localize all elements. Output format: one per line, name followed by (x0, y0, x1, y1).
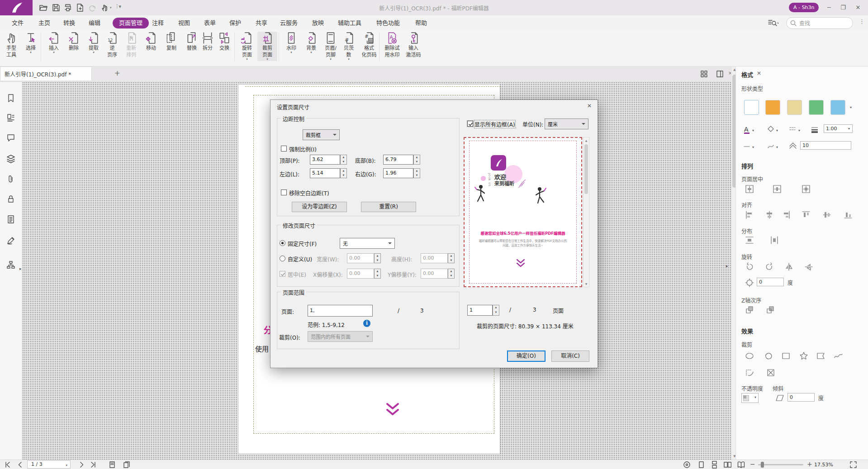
menu-page-management[interactable]: 页面管理 (113, 18, 149, 28)
info-icon[interactable]: i (363, 320, 370, 327)
right-margin-spinner[interactable]: ▲▼ (413, 168, 420, 178)
comments-icon[interactable] (6, 133, 15, 142)
ribbon-bates-numbering[interactable]: # 贝茨数▾ (339, 32, 359, 61)
user-account-badge[interactable]: A - Sh3n (789, 3, 819, 12)
crop-freeform-icon[interactable] (745, 368, 755, 377)
page-number-dropdown[interactable]: 1 / 3 ▾ (27, 460, 71, 469)
multi-page-icon[interactable] (123, 461, 131, 469)
last-page-icon[interactable] (90, 461, 97, 469)
menu-help[interactable]: 帮助 (413, 19, 430, 28)
reset-button[interactable]: 重置(R) (361, 202, 416, 212)
menu-edit[interactable]: 编辑 (86, 19, 103, 28)
center-vertical-icon[interactable] (773, 185, 782, 194)
preview-scrollbar[interactable]: ▲ ▼ (583, 137, 589, 287)
rotate-angle-input[interactable]: 0 (757, 278, 784, 286)
ribbon-activation-code[interactable]: 输入激活码 (403, 32, 424, 58)
destinations-icon[interactable] (6, 261, 15, 270)
sidebar-expand-arrow-icon[interactable]: ▸ (19, 266, 22, 271)
swatch-tan[interactable] (787, 100, 802, 115)
maximize-button[interactable]: ❐ (837, 2, 849, 14)
align-left-icon[interactable] (745, 210, 754, 219)
ribbon-header-footer[interactable]: 页眉/页脚▾ (321, 32, 341, 61)
shape-fill-dropdown[interactable]: ▾ (766, 123, 783, 136)
layers-icon[interactable] (6, 154, 15, 163)
ribbon-select-tool[interactable]: 选择▾ (21, 32, 41, 54)
panel-collapse-arrow-icon[interactable]: ▸ (726, 264, 728, 268)
read-mode-icon[interactable] (683, 461, 691, 469)
signature-icon[interactable] (6, 236, 15, 245)
line-start-dropdown[interactable]: ▾ (742, 140, 759, 153)
menu-share[interactable]: 共享 (253, 19, 270, 28)
line-style-dropdown[interactable]: ▾ (788, 123, 805, 136)
remove-white-margins-checkbox[interactable] (281, 189, 287, 195)
swatch-blue[interactable] (830, 100, 845, 115)
rotate-angle-icon[interactable] (745, 278, 754, 287)
ribbon-background[interactable]: 背景▾ (301, 32, 321, 54)
line-weight-icon[interactable] (810, 123, 821, 136)
close-button[interactable]: ✕ (852, 2, 864, 14)
snapshot-page-icon[interactable] (109, 461, 116, 469)
rotate-right-icon[interactable] (765, 262, 774, 271)
line-end-dropdown[interactable]: ▾ (766, 140, 783, 153)
dialog-close-icon[interactable]: ✕ (587, 103, 592, 109)
crop-preview[interactable]: JOIN US 欢迎 来到福昕 感谢您如全球6.5亿用户一样信任福昕PDF编辑器… (464, 137, 582, 287)
bring-forward-icon[interactable] (745, 305, 755, 315)
menu-protect[interactable]: 保护 (227, 19, 244, 28)
align-middle-v-icon[interactable] (822, 210, 831, 219)
stroke-width-input[interactable]: 1.00▾ (824, 124, 853, 133)
zoom-in-icon[interactable]: + (807, 460, 812, 468)
font-color-dropdown[interactable]: A▾ (742, 123, 759, 136)
ribbon-format-page-numbers[interactable]: # 格式化页码 (359, 32, 379, 58)
ribbon-reverse-pages[interactable]: 12 逆页序 (102, 32, 122, 58)
book-view-icon[interactable] (737, 461, 745, 469)
opacity-dropdown[interactable]: ▾ (741, 393, 759, 403)
margin-box-type-dropdown[interactable]: 裁剪框 (303, 129, 340, 140)
show-borders-label[interactable]: 显示所有边框(A) (474, 120, 515, 128)
swatch-orange[interactable] (765, 100, 780, 115)
zoom-slider-track[interactable] (758, 464, 803, 465)
center-horizontal-icon[interactable] (745, 185, 754, 194)
crop-remove-icon[interactable] (766, 368, 776, 377)
menu-convert[interactable]: 转换 (61, 19, 78, 28)
flip-horizontal-icon[interactable] (784, 262, 793, 271)
skew-input[interactable]: 0 (787, 393, 815, 402)
more-options-icon[interactable]: ⋮ (859, 18, 865, 25)
preview-page-spinner[interactable]: ▲▼ (493, 305, 499, 316)
security-icon[interactable] (6, 194, 15, 204)
continuous-view-icon[interactable] (711, 461, 718, 469)
attachments-icon[interactable] (6, 175, 15, 184)
distribute-vertical-icon[interactable] (745, 236, 754, 245)
fixed-size-dropdown[interactable]: 无 (340, 238, 395, 249)
constrain-checkbox[interactable] (281, 146, 287, 152)
corner-radius-input[interactable]: 10 (800, 141, 851, 150)
zoom-percent[interactable]: 17.53% (814, 462, 833, 468)
ribbon-move-pages[interactable]: 移动 (141, 32, 161, 51)
rotate-left-icon[interactable] (745, 262, 754, 271)
ribbon-swap-pages[interactable]: 交换 (214, 32, 234, 51)
menu-form[interactable]: 表单 (201, 19, 218, 28)
bookmarks-icon[interactable] (6, 94, 15, 103)
ok-button[interactable]: 确定(O) (507, 351, 545, 362)
align-top-icon[interactable] (802, 210, 811, 219)
preview-scrollbar-thumb[interactable] (584, 144, 588, 194)
panel-close-icon[interactable]: ✕ (757, 70, 761, 76)
unit-dropdown[interactable]: 厘米 (545, 118, 588, 129)
ribbon-watermark[interactable]: 水印▾ (281, 32, 301, 54)
tab-side-panel-icon[interactable] (716, 70, 724, 78)
advanced-search-icon[interactable] (768, 18, 779, 27)
zero-margins-button[interactable]: 设为零边距(Z) (292, 202, 347, 212)
zoom-out-icon[interactable]: − (750, 460, 755, 468)
document-tab[interactable]: 新人引导(1)_OCR(3).pdf * × (0, 66, 92, 81)
bottom-margin-spinner[interactable]: ▲▼ (413, 155, 420, 165)
ribbon-rotate-pages[interactable]: 旋转页面▾ (237, 32, 257, 61)
ribbon-hand-tool[interactable]: 手型工具 (1, 32, 21, 58)
top-margin-spinner[interactable]: ▲▼ (340, 155, 347, 165)
menu-cloud[interactable]: 云服务 (277, 19, 300, 28)
swatch-white[interactable] (744, 100, 759, 115)
previous-page-icon[interactable] (16, 461, 24, 469)
align-center-h-icon[interactable] (765, 210, 774, 219)
crop-star-icon[interactable] (799, 351, 809, 360)
menu-home[interactable]: 主页 (36, 19, 53, 28)
new-tab-icon[interactable]: + (114, 69, 120, 77)
menu-present[interactable]: 放映 (309, 19, 327, 28)
